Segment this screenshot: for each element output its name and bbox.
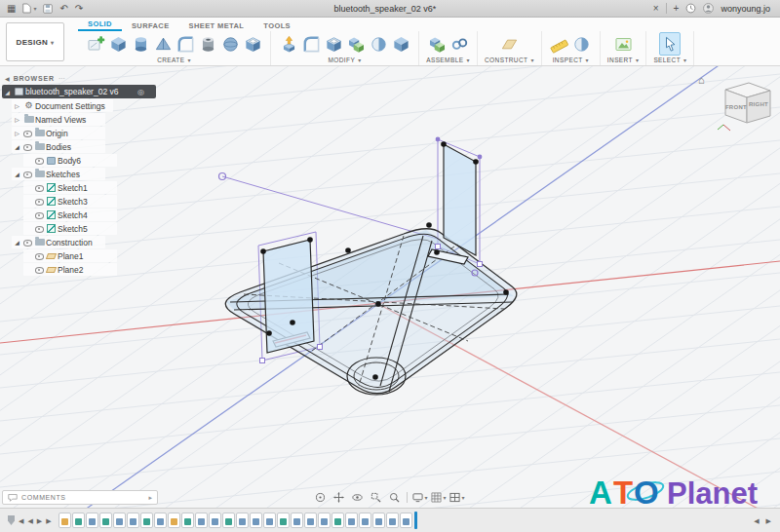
revolve-icon[interactable] <box>130 32 151 56</box>
browser-item-construction[interactable]: ◢ Construction <box>12 236 105 248</box>
expand-arrow-icon[interactable]: ◢ <box>12 143 22 150</box>
visibility-eye-icon[interactable] <box>34 224 45 233</box>
timeline-feature-solid-icon[interactable] <box>291 513 303 528</box>
file-menu-icon[interactable]: ▾ <box>22 3 36 14</box>
fillet-icon[interactable] <box>300 32 322 56</box>
assemble-dropdown[interactable]: ASSEMBLE▾ <box>426 57 470 63</box>
go-to-end-icon[interactable]: ▶ <box>46 517 51 524</box>
tab-tools[interactable]: TOOLS <box>254 19 300 31</box>
data-panel-toggle-icon[interactable]: ▦ <box>7 4 16 14</box>
timeline-feature-sketch-icon[interactable] <box>277 513 290 528</box>
view-cube-faces[interactable]: FRONT RIGHT <box>698 74 776 136</box>
shell-icon[interactable] <box>323 32 344 56</box>
visibility-eye-icon[interactable] <box>22 129 33 137</box>
expand-comments-icon[interactable]: ▸ <box>148 494 152 502</box>
expand-arrow-icon[interactable]: ▷ <box>12 116 22 123</box>
browser-item-sketch1[interactable]: Sketch1 <box>23 181 117 194</box>
sweep-icon[interactable] <box>152 32 174 56</box>
timeline-feature-solid-icon[interactable] <box>304 513 317 528</box>
press-pull-icon[interactable] <box>278 32 299 56</box>
modify-dropdown[interactable]: MODIFY▾ <box>328 57 361 63</box>
visibility-eye-icon[interactable] <box>34 210 45 219</box>
thread-icon[interactable] <box>219 32 241 56</box>
timeline-feature-solid-icon[interactable] <box>195 513 208 528</box>
visibility-eye-icon[interactable] <box>22 170 33 178</box>
workspace-selector[interactable]: DESIGN▾ <box>6 22 64 61</box>
section-analysis-icon[interactable] <box>571 32 593 56</box>
visibility-eye-icon[interactable] <box>22 142 33 151</box>
timeline-feature-solid-icon[interactable] <box>372 513 385 528</box>
timeline-feature-solid-icon[interactable] <box>359 513 371 528</box>
new-component-icon[interactable] <box>426 32 448 56</box>
view-cube[interactable]: ⌂ FRONT RIGHT <box>698 74 776 136</box>
display-settings-icon[interactable]: ▾ <box>412 490 428 504</box>
go-to-start-icon[interactable]: ◀ <box>19 517 23 524</box>
activate-component-icon[interactable]: ◎ <box>137 88 144 96</box>
loft-icon[interactable] <box>175 32 196 56</box>
timeline-position-marker[interactable] <box>414 512 417 529</box>
timeline-feature-sketch-icon[interactable] <box>99 513 112 528</box>
timeline-feature-solid-icon[interactable] <box>345 513 358 528</box>
browser-item-sketch3[interactable]: Sketch3 <box>23 195 117 208</box>
browser-item-sketch4[interactable]: Sketch4 <box>23 209 117 221</box>
multiple-views-icon[interactable]: ▾ <box>449 490 465 504</box>
timeline-feature-solid-icon[interactable] <box>263 513 276 528</box>
create-dropdown[interactable]: CREATE▾ <box>157 57 191 63</box>
new-document-tab-icon[interactable]: + <box>674 4 680 14</box>
timeline-scroll-left-icon[interactable]: ◀ <box>754 517 759 524</box>
browser-item-sketch5[interactable]: Sketch5 <box>23 222 117 235</box>
pan-icon[interactable] <box>331 490 346 504</box>
undo-icon[interactable]: ↶ <box>59 4 67 14</box>
timeline-marker-icon[interactable] <box>8 515 15 525</box>
combine-icon[interactable] <box>345 32 367 56</box>
browser-item-named-views[interactable]: ▷ Named Views <box>12 113 105 126</box>
collapse-browser-icon[interactable]: ◀ <box>5 75 10 82</box>
timeline-feature-sketch-icon[interactable] <box>72 513 85 528</box>
primitive-box-icon[interactable] <box>242 32 263 56</box>
timeline-feature-solid-icon[interactable] <box>86 513 98 528</box>
browser-grip-icon[interactable]: ⋯ <box>58 75 65 83</box>
visibility-eye-icon[interactable] <box>34 251 45 260</box>
expand-arrow-icon[interactable]: ◢ <box>2 89 13 95</box>
expand-arrow-icon[interactable]: ▷ <box>12 130 22 136</box>
select-dropdown[interactable]: SELECT▾ <box>653 57 686 63</box>
play-icon[interactable]: ▶ <box>37 517 42 524</box>
timeline-feature-sketch-icon[interactable] <box>181 513 194 528</box>
timeline-feature-solid-icon[interactable] <box>209 513 221 528</box>
redo-icon[interactable]: ↷ <box>75 4 83 14</box>
insert-canvas-icon[interactable] <box>612 32 634 56</box>
browser-item-plane2[interactable]: Plane2 <box>23 263 117 276</box>
browser-item-body6[interactable]: Body6 <box>23 154 117 167</box>
save-icon[interactable] <box>43 4 53 14</box>
browser-item-document-settings[interactable]: ▷ ⚙ Document Settings <box>12 99 113 112</box>
new-sketch-icon[interactable] <box>85 32 106 56</box>
timeline-feature-sketch-icon[interactable] <box>140 513 153 528</box>
zoom-fit-icon[interactable] <box>386 490 402 504</box>
hole-icon[interactable] <box>197 32 218 56</box>
3d-viewport[interactable]: ◀ BROWSER ⋯ ◢ bluetooth_speaker_02 v6 ◎ … <box>0 66 780 508</box>
timeline-feature-solid-icon[interactable] <box>236 513 249 528</box>
timeline-feature-sketch-icon[interactable] <box>222 513 235 528</box>
comments-bar[interactable]: COMMENTS ▸ <box>2 490 158 505</box>
timeline-feature-solid-icon[interactable] <box>127 513 139 528</box>
browser-root-component[interactable]: ◢ bluetooth_speaker_02 v6 ◎ <box>2 85 156 98</box>
timeline-feature-solid-icon[interactable] <box>113 513 126 528</box>
timeline-feature-solid-icon[interactable] <box>400 513 412 528</box>
visibility-eye-icon[interactable] <box>34 183 45 192</box>
avatar-icon[interactable] <box>703 3 714 14</box>
select-tool-icon[interactable] <box>659 32 681 56</box>
insert-dropdown[interactable]: INSERT▾ <box>607 57 640 63</box>
home-view-icon[interactable]: ⌂ <box>698 74 705 86</box>
timeline-scroll-right-icon[interactable]: ▶ <box>766 517 771 524</box>
look-at-icon[interactable] <box>349 490 365 504</box>
timeline-feature-solid-icon[interactable] <box>318 513 331 528</box>
expand-arrow-icon[interactable]: ◢ <box>12 171 22 177</box>
timeline-feature-solid-icon[interactable] <box>154 513 167 528</box>
visibility-eye-icon[interactable] <box>22 238 33 247</box>
browser-item-origin[interactable]: ▷ Origin <box>12 127 105 139</box>
timeline-feature-sketch-icon[interactable] <box>332 513 344 528</box>
visibility-eye-icon[interactable] <box>34 156 45 165</box>
expand-arrow-icon[interactable]: ▷ <box>12 102 22 109</box>
measure-icon[interactable] <box>549 32 570 56</box>
orbit-icon[interactable] <box>312 490 328 504</box>
